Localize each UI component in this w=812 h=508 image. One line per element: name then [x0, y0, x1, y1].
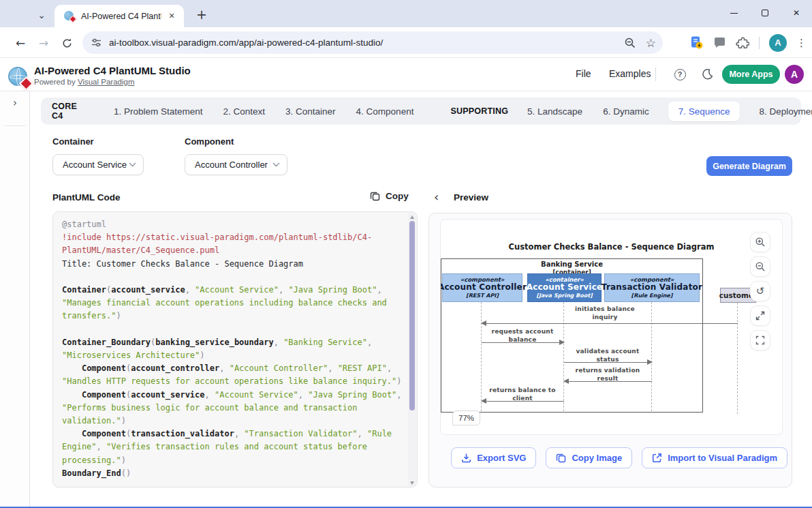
- import-to-vp-button[interactable]: Import to Visual Paradigm: [642, 447, 787, 468]
- browser-menu-kebab-icon[interactable]: ⋮: [796, 37, 807, 49]
- window-close-icon[interactable]: ✕: [781, 0, 812, 26]
- forward-icon[interactable]: →: [33, 33, 54, 53]
- reload-icon[interactable]: [57, 33, 77, 53]
- code-panel: @startuml!include https://static.visual-…: [52, 211, 418, 488]
- participant-account-controller: «component» Account Controller [REST API…: [442, 273, 522, 302]
- window-controls: ✕: [718, 0, 812, 26]
- tab-close-icon[interactable]: ✕: [166, 10, 178, 23]
- zoom-level-badge: 77%: [452, 410, 480, 425]
- download-icon: [461, 453, 471, 463]
- sidebar-divider: [4, 125, 25, 126]
- diagram-tabs: CORE C4 1. Problem Statement 2. Context …: [41, 98, 801, 125]
- tab-landscape[interactable]: 5. Landscape: [526, 102, 584, 121]
- menu-examples[interactable]: Examples: [609, 68, 651, 79]
- more-apps-button[interactable]: More Apps: [722, 65, 780, 84]
- message-arrow: [564, 381, 652, 382]
- toolbar-separator: [759, 37, 760, 49]
- zoom-in-icon[interactable]: [750, 232, 770, 252]
- diagram-canvas[interactable]: Customer Checks Balance - Sequence Diagr…: [440, 219, 783, 435]
- lifeline-customer: [737, 303, 738, 414]
- fullscreen-icon[interactable]: [750, 330, 770, 350]
- participant-account-service: «container» Account Service [Java Spring…: [527, 273, 602, 302]
- sequence-diagram: Customer Checks Balance - Sequence Diagr…: [441, 220, 782, 434]
- copy-icon: [370, 191, 380, 201]
- zoom-out-icon[interactable]: [750, 256, 770, 277]
- container-label: Container: [52, 136, 94, 147]
- message-label: returns validation result: [570, 367, 645, 383]
- toolbar-extensions: A ⋮: [689, 31, 807, 54]
- help-icon[interactable]: ?: [672, 67, 687, 82]
- app-title: AI-Powered C4 PlantUML Studio: [34, 65, 191, 76]
- tab-section-supporting: SUPPORTING: [450, 106, 508, 116]
- generate-diagram-button[interactable]: Generate Diagram: [706, 156, 792, 176]
- collapsed-sidebar: ›: [0, 91, 30, 508]
- message-arrow: [482, 401, 564, 402]
- browser-tab-title: AI-Powered C4 PlantUML Studio: [81, 12, 161, 21]
- zoom-indicator-icon[interactable]: [624, 37, 636, 49]
- tab-deployment[interactable]: 8. Deployment: [758, 102, 812, 121]
- lifeline-account-controller: [481, 302, 482, 411]
- message-label: initiates balance inquiry: [567, 305, 642, 321]
- code-panel-title: PlantUML Code: [52, 192, 121, 203]
- url-text: ai-toolbox.visual-paradigm.com/app/ai-po…: [109, 38, 624, 48]
- chevron-down-icon: [129, 162, 136, 167]
- tab-problem-statement[interactable]: 1. Problem Statement: [112, 102, 204, 121]
- site-settings-icon[interactable]: [91, 37, 102, 48]
- lifeline-transaction-validator: [651, 302, 652, 411]
- export-svg-button[interactable]: Export SVG: [451, 447, 536, 468]
- docs-extension-icon[interactable]: [689, 35, 704, 50]
- message-label: returns balance to client: [485, 387, 560, 402]
- extensions-puzzle-icon[interactable]: [736, 36, 749, 50]
- maximize-icon[interactable]: [749, 0, 781, 26]
- bookmark-star-icon[interactable]: ☆: [646, 36, 656, 50]
- back-icon[interactable]: ←: [10, 33, 31, 53]
- component-select[interactable]: Account Controller: [185, 154, 287, 175]
- browser-profile-avatar[interactable]: A: [769, 34, 787, 52]
- external-link-icon: [652, 453, 662, 463]
- chevron-down-icon: [272, 162, 280, 167]
- sidebar-expand-icon[interactable]: ›: [7, 95, 22, 110]
- minimize-icon[interactable]: [718, 0, 749, 26]
- reset-view-icon[interactable]: ↺: [750, 281, 770, 301]
- scrollbar-thumb[interactable]: [409, 221, 415, 410]
- preview-collapse-icon[interactable]: ‹: [434, 190, 439, 204]
- new-tab-icon[interactable]: +: [193, 5, 210, 23]
- app-logo: [8, 65, 31, 89]
- tab-search-chevron-icon[interactable]: ⌄: [31, 6, 52, 24]
- user-avatar[interactable]: A: [785, 65, 804, 84]
- scrollbar-up-icon[interactable]: [410, 215, 414, 219]
- tab-container[interactable]: 3. Container: [284, 102, 337, 121]
- message-label: requests account balance: [485, 328, 560, 344]
- expand-icon[interactable]: [750, 305, 770, 326]
- participant-transaction-validator: «component» Transaction Validator [Rule …: [604, 273, 700, 302]
- container-select[interactable]: Account Service: [52, 154, 144, 175]
- message-arrow: [482, 323, 738, 324]
- preview-actions: Export SVG Copy Image Import to Visual P…: [429, 447, 787, 468]
- scrollbar-down-icon[interactable]: [410, 481, 414, 485]
- tab-sequence[interactable]: 7. Sequence: [668, 102, 740, 121]
- code-content[interactable]: @startuml!include https://static.visual-…: [62, 218, 406, 483]
- tab-dynamic[interactable]: 6. Dynamic: [602, 102, 651, 121]
- favicon: [64, 10, 76, 22]
- browser-tab-strip: ⌄ AI-Powered C4 PlantUML Studio ✕ + ✕: [0, 0, 812, 27]
- diagram-title: Customer Checks Balance - Sequence Diagr…: [441, 242, 782, 252]
- copy-image-button[interactable]: Copy Image: [546, 447, 632, 468]
- component-label: Component: [185, 136, 234, 147]
- app-subtitle: Powered by Visual Paradigm: [34, 78, 134, 86]
- code-scrollbar[interactable]: [408, 213, 416, 488]
- url-bar[interactable]: ai-toolbox.visual-paradigm.com/app/ai-po…: [82, 31, 663, 54]
- copy-code-button[interactable]: Copy: [370, 191, 409, 201]
- preview-panel-title: Preview: [454, 192, 488, 203]
- message-arrow: [482, 342, 564, 343]
- copy-icon: [556, 453, 566, 463]
- preview-panel: Customer Checks Balance - Sequence Diagr…: [428, 213, 792, 488]
- visual-paradigm-link[interactable]: Visual Paradigm: [78, 78, 135, 86]
- tab-context[interactable]: 2. Context: [222, 102, 267, 121]
- browser-tab[interactable]: AI-Powered C4 PlantUML Studio ✕: [54, 5, 184, 27]
- tab-section-core: CORE C4: [52, 102, 77, 121]
- lifeline-account-service: [563, 302, 564, 411]
- menu-file[interactable]: File: [576, 68, 591, 79]
- dark-mode-moon-icon[interactable]: [700, 67, 715, 82]
- comment-extension-icon[interactable]: [713, 36, 726, 49]
- tab-component[interactable]: 4. Component: [355, 102, 416, 121]
